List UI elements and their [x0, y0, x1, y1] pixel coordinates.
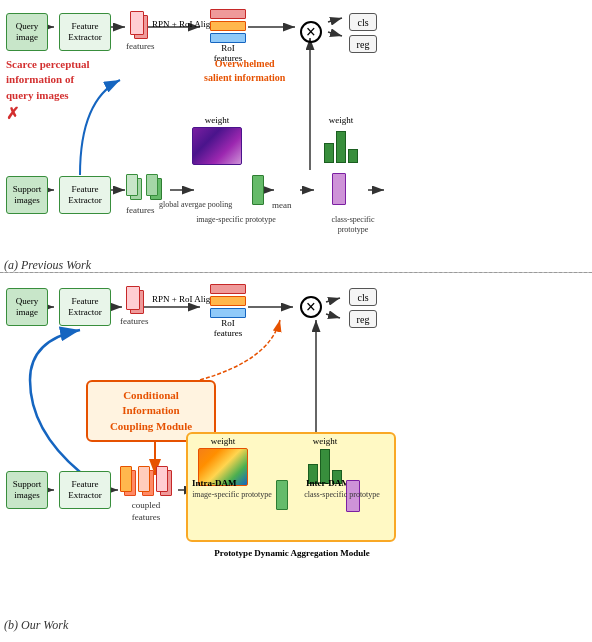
- reg-label-b: reg: [357, 314, 370, 325]
- cls-label-a: cls: [357, 17, 368, 28]
- class-proto-label-b: class-specific prototype: [302, 490, 382, 500]
- query-image-label-b: Query image: [16, 296, 39, 318]
- feat-ext-support-label-a: Feature Extractor: [68, 184, 101, 206]
- overwhelmed-text-a: Overwhelmed salient information: [204, 57, 285, 85]
- rpn-label-b: RPN + RoI Align: [152, 294, 215, 304]
- part-b-label: (b) Our Work: [4, 618, 68, 633]
- feature-extractor-label-a: Feature Extractor: [68, 21, 101, 43]
- part-a-label: (a) Previous Work: [4, 258, 91, 273]
- feat-ext-support-a: Feature Extractor: [59, 176, 111, 214]
- feat-ext-support-label-b: Feature Extractor: [68, 479, 101, 501]
- feature-extractor-b: Feature Extractor: [59, 288, 111, 326]
- class-proto-bar-a: [332, 173, 346, 205]
- weight2-label-a: weight: [324, 115, 358, 125]
- reg-box-a: reg: [349, 35, 377, 53]
- weight1-label-b: weight: [198, 436, 248, 446]
- feature-extractor-a: Feature Extractor: [59, 13, 111, 51]
- roi-label-b: RoI features: [210, 318, 246, 338]
- warning-text-a: Scarce perceptual information of query i…: [6, 57, 90, 126]
- feature-cube-a: [130, 11, 148, 39]
- support-images-b: Support images: [6, 471, 48, 509]
- pda-label: Prototype Dynamic Aggregation Module: [192, 548, 392, 558]
- feature-cube-b: [126, 286, 144, 314]
- global-pool-label-a: global avergae pooling: [159, 200, 232, 209]
- support-cubes-a: [126, 172, 162, 200]
- mean-label-a: mean: [272, 200, 292, 210]
- part-b: Query image Feature Extractor features R…: [4, 280, 588, 635]
- image-proto-bar-b: [276, 480, 288, 510]
- image-proto-label-a: image-specific prototype: [196, 215, 276, 225]
- reg-label-a: reg: [357, 39, 370, 50]
- coupled-cubes-b: [120, 464, 172, 496]
- overwhelmed-text-content: Overwhelmed salient information: [204, 58, 285, 83]
- image-proto-bar-a: [252, 175, 264, 205]
- cls-label-b: cls: [357, 292, 368, 303]
- weight2-label-b: weight: [308, 436, 342, 446]
- cicm-label: Conditional Information Coupling Module: [110, 389, 192, 432]
- roi-features-b: [210, 284, 246, 318]
- multiply-a: ×: [300, 21, 322, 43]
- query-image-label-a: Query image: [16, 21, 39, 43]
- support-images-label-b: Support images: [13, 479, 42, 501]
- coupled-features-label-b: coupled features: [120, 500, 172, 523]
- section-divider: [0, 272, 592, 273]
- cls-box-a: cls: [349, 13, 377, 31]
- query-image-a: Query image: [6, 13, 48, 51]
- image-proto-label-b: image-specific prototype: [192, 490, 272, 500]
- weight-surface-a: [192, 127, 242, 165]
- feat-ext-support-b: Feature Extractor: [59, 471, 111, 509]
- weight2-a: weight: [324, 115, 358, 165]
- features-support-label-a: features: [126, 205, 154, 215]
- weight1-a: weight: [192, 115, 242, 165]
- features-label-b: features: [120, 316, 148, 326]
- feature-extractor-label-b: Feature Extractor: [68, 296, 101, 318]
- pda-box: weight weight Intra-DAM Inter-DAM image-…: [186, 432, 396, 542]
- part-a: Query image Feature Extractor features R…: [4, 5, 588, 275]
- support-images-a: Support images: [6, 176, 48, 214]
- warning-text-content: Scarce perceptual information of query i…: [6, 58, 90, 101]
- roi-features-a: [210, 9, 246, 43]
- reg-box-b: reg: [349, 310, 377, 328]
- diagram-container: Query image Feature Extractor features R…: [0, 0, 592, 642]
- intra-dam-label: Intra-DAM: [192, 478, 237, 488]
- inter-dam-label: Inter-DAM: [306, 478, 350, 488]
- rpn-label-a: RPN + RoI Align: [152, 19, 215, 29]
- features-label-a: features: [126, 41, 154, 51]
- cls-box-b: cls: [349, 288, 377, 306]
- support-images-label-a: Support images: [13, 184, 42, 206]
- weight-bars-a: [324, 127, 358, 165]
- weight1-label-a: weight: [192, 115, 242, 125]
- class-proto-label-a: class-specific prototype: [318, 215, 388, 236]
- query-image-b: Query image: [6, 288, 48, 326]
- multiply-b: ×: [300, 296, 322, 318]
- x-mark: ✗: [6, 103, 90, 125]
